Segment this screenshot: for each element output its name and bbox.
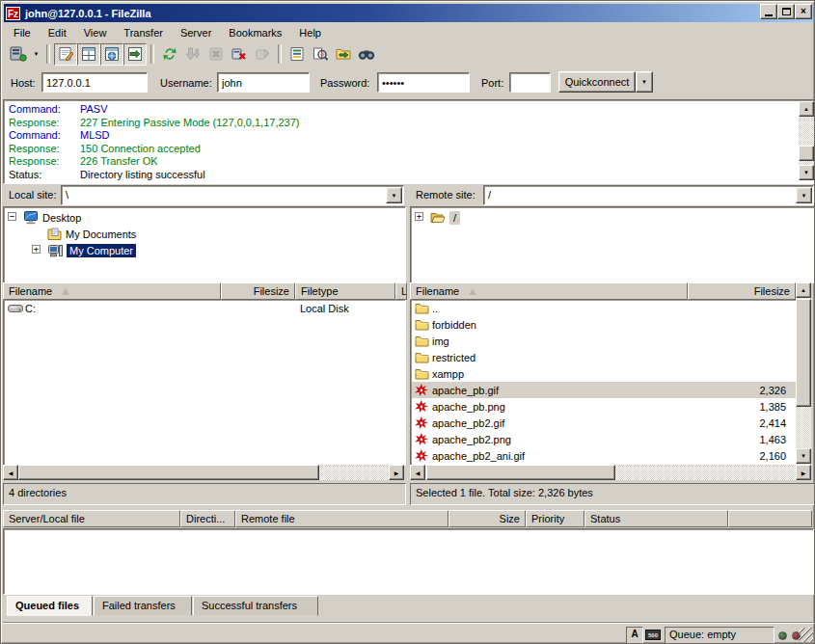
data-type-icon[interactable]: A bbox=[626, 627, 643, 644]
menu-bookmarks[interactable]: Bookmarks bbox=[220, 25, 290, 40]
compare-button[interactable] bbox=[309, 43, 332, 66]
log-line-label: Status: bbox=[9, 169, 80, 182]
username-input[interactable] bbox=[217, 72, 310, 93]
cancel-icon bbox=[208, 46, 224, 62]
menu-transfer[interactable]: Transfer bbox=[115, 25, 172, 40]
column-header-remote-file[interactable]: Remote file bbox=[235, 510, 448, 527]
tree-item-my-documents[interactable]: My Documents bbox=[47, 226, 136, 242]
speed-limits-icon[interactable]: 500 bbox=[645, 630, 661, 640]
remote-hscroll-left[interactable]: ◀ bbox=[410, 465, 425, 480]
resize-grip[interactable] bbox=[799, 628, 813, 642]
sync-browsing-button[interactable] bbox=[332, 43, 355, 66]
file-row-c-[interactable]: C:Local Disk bbox=[5, 300, 405, 316]
password-input[interactable] bbox=[377, 72, 470, 93]
host-input[interactable] bbox=[41, 72, 148, 93]
maximize-button[interactable] bbox=[777, 4, 795, 19]
file-row-xampp[interactable]: xampp bbox=[412, 365, 798, 382]
file-row-apache-pb-png[interactable]: apache_pb.png1,385 bbox=[412, 398, 798, 415]
remote-scroll-up[interactable]: ▲ bbox=[796, 282, 811, 298]
file-row-apache-pb2-gif[interactable]: apache_pb2.gif2,414 bbox=[412, 415, 798, 431]
tab-successful-transfers[interactable]: Successful transfers bbox=[193, 596, 318, 616]
tree-expander-minus[interactable]: − bbox=[8, 212, 16, 221]
remote-site-dropdown[interactable]: ▼ bbox=[796, 187, 812, 203]
local-hscroll-right[interactable]: ▶ bbox=[389, 465, 404, 480]
site-manager-dropdown[interactable]: ▼ bbox=[30, 43, 42, 66]
column-header-status[interactable]: Status bbox=[584, 510, 728, 527]
minimize-icon bbox=[765, 14, 773, 16]
column-header-filesize[interactable]: Filesize bbox=[688, 282, 796, 300]
column-header-filename[interactable]: Filename bbox=[410, 282, 688, 300]
filezilla-window: Fz john@127.0.0.1 - FileZilla × FileEdit… bbox=[0, 0, 815, 644]
remote-hscroll-right[interactable]: ▶ bbox=[796, 465, 811, 480]
quickconnect-dropdown[interactable]: ▼ bbox=[636, 71, 653, 93]
remote-file-list: ..forbiddenimgrestrictedxamppapache_pb.g… bbox=[410, 300, 798, 466]
column-header-filetype[interactable]: Filetype bbox=[295, 282, 395, 300]
local-site-combo[interactable]: \ ▼ bbox=[61, 185, 404, 205]
file-row--[interactable]: .. bbox=[412, 300, 798, 316]
menu-file[interactable]: File bbox=[5, 25, 40, 40]
menu-view[interactable]: View bbox=[75, 25, 116, 40]
toggle-remote-tree-button[interactable] bbox=[100, 43, 123, 66]
process-queue-button[interactable] bbox=[181, 43, 204, 66]
tab-failed-transfers[interactable]: Failed transfers bbox=[94, 596, 192, 616]
log-scroll-down[interactable]: ▼ bbox=[799, 165, 814, 180]
column-header-filesize[interactable]: Filesize bbox=[221, 282, 295, 300]
find-button[interactable] bbox=[355, 43, 378, 66]
reconnect-button[interactable] bbox=[251, 43, 274, 66]
column-header-directi-[interactable]: Directi... bbox=[180, 510, 235, 527]
column-header-l[interactable]: L bbox=[395, 282, 407, 300]
tree-item-label: Desktop bbox=[42, 212, 81, 224]
file-row-img[interactable]: img bbox=[412, 333, 798, 349]
remote-scroll-thumb[interactable] bbox=[796, 299, 811, 407]
message-log: Command:PASVResponse:227 Entering Passiv… bbox=[3, 99, 815, 184]
tab-queued-files[interactable]: Queued files bbox=[7, 596, 93, 616]
file-row-restricted[interactable]: restricted bbox=[412, 349, 798, 365]
toggle-queue-button[interactable] bbox=[123, 43, 147, 66]
log-line-label: Command: bbox=[9, 103, 80, 117]
local-site-dropdown[interactable]: ▼ bbox=[386, 187, 402, 203]
toggle-local-tree-button[interactable] bbox=[77, 43, 100, 66]
local-hscroll-left[interactable]: ◀ bbox=[3, 465, 18, 480]
title-bar: Fz john@127.0.0.1 - FileZilla bbox=[4, 4, 813, 22]
tree-item-my-computer[interactable]: My Computer bbox=[47, 242, 136, 258]
file-row-apache-pb-gif[interactable]: apache_pb.gif2,326 bbox=[412, 382, 798, 398]
site-manager-button[interactable] bbox=[7, 43, 30, 66]
tree-expander-plus[interactable]: + bbox=[32, 245, 41, 254]
disconnect-button[interactable] bbox=[228, 43, 251, 66]
file-row-apache-pb2-ani-gif[interactable]: apache_pb2_ani.gif2,160 bbox=[412, 447, 798, 464]
column-header-server-local-file[interactable]: Server/Local file bbox=[3, 510, 180, 527]
file-size: 2,326 bbox=[672, 385, 786, 396]
refresh-button[interactable] bbox=[158, 43, 181, 66]
cancel-button[interactable] bbox=[204, 43, 228, 66]
toggle-log-button[interactable] bbox=[54, 43, 77, 66]
tree-item-desktop[interactable]: Desktop bbox=[23, 209, 81, 226]
tree-expander-plus[interactable]: + bbox=[415, 212, 423, 221]
tab-label: Queued files bbox=[15, 600, 79, 611]
filter-button[interactable] bbox=[285, 43, 309, 66]
tree-item--[interactable]: / bbox=[430, 209, 460, 226]
menu-server[interactable]: Server bbox=[172, 25, 220, 40]
column-header-size[interactable]: Size bbox=[448, 510, 526, 527]
column-header-filler[interactable] bbox=[728, 510, 812, 527]
remote-scroll-down[interactable]: ▼ bbox=[796, 448, 811, 464]
port-input[interactable] bbox=[509, 72, 551, 93]
image-file-icon bbox=[415, 416, 432, 430]
tab-label: Failed transfers bbox=[102, 600, 176, 611]
column-header-filename[interactable]: Filename bbox=[3, 282, 221, 300]
file-row-forbidden[interactable]: forbidden bbox=[412, 316, 798, 333]
menu-edit[interactable]: Edit bbox=[40, 25, 75, 40]
image-file-icon bbox=[415, 400, 432, 414]
minimize-button[interactable] bbox=[760, 4, 777, 19]
remote-site-combo[interactable]: / ▼ bbox=[483, 185, 814, 205]
file-name: apache_pb2_ani.gif bbox=[432, 450, 525, 462]
quickconnect-button[interactable]: Quickconnect bbox=[558, 71, 636, 93]
log-scroll-thumb[interactable] bbox=[799, 146, 814, 161]
local-hscroll-thumb[interactable] bbox=[18, 465, 319, 480]
log-scroll-up[interactable]: ▲ bbox=[799, 101, 814, 117]
menu-help[interactable]: Help bbox=[290, 25, 330, 40]
close-button[interactable]: × bbox=[795, 4, 812, 19]
file-row-apache-pb2-png[interactable]: apache_pb2.png1,463 bbox=[412, 431, 798, 447]
remote-hscroll-thumb[interactable] bbox=[426, 465, 615, 480]
process-queue-icon bbox=[185, 46, 201, 62]
column-header-priority[interactable]: Priority bbox=[526, 510, 584, 527]
